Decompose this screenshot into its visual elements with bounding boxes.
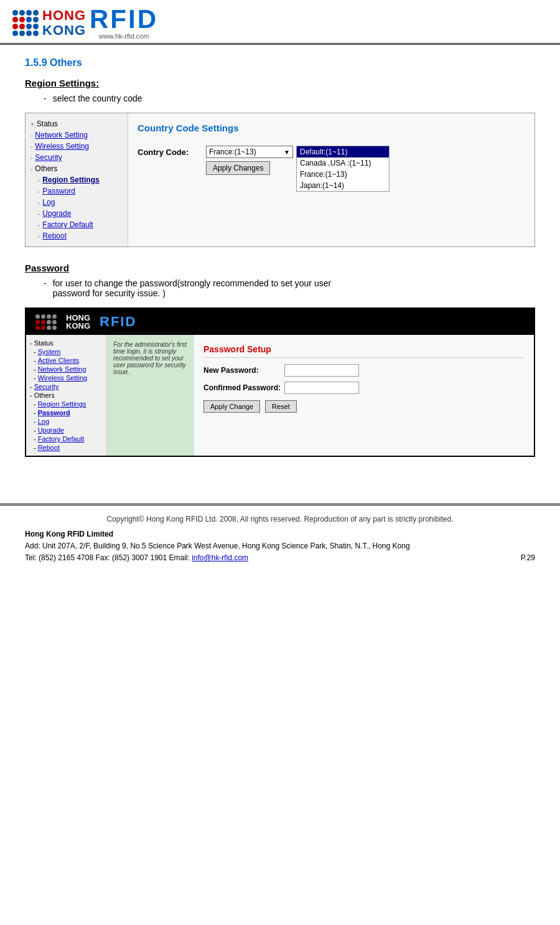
- page-footer: Copyright© Hong Kong RFID Ltd. 2008, All…: [0, 504, 560, 574]
- sidebar-reboot-link[interactable]: Reboot: [42, 232, 67, 240]
- logo-area: HONG KONG RFID www.hk-rfid.com: [12, 6, 548, 40]
- country-code-content: Country Code Settings Contry Code: Franc…: [128, 113, 534, 247]
- logo-hk-line2: KONG: [42, 23, 86, 38]
- password-section: Password - for user to change the passwo…: [25, 263, 535, 298]
- p-network-link[interactable]: Network Setting: [38, 365, 86, 373]
- apply-change-button[interactable]: Apply Change: [203, 400, 260, 413]
- p-minus-upgrade: -: [34, 426, 36, 434]
- sidebar-status-label: Status: [37, 120, 58, 128]
- footer-info: Hong Kong RFID Limited Add: Unit 207A, 2…: [25, 528, 535, 565]
- minus-icon-factory: -: [38, 222, 40, 228]
- p-sidebar-reboot[interactable]: - Reboot: [26, 443, 106, 452]
- p-upgrade-link[interactable]: Upgrade: [38, 426, 64, 434]
- sidebar-wireless-link[interactable]: Wireless Setting: [35, 142, 89, 151]
- p-others-label: Others: [34, 392, 55, 399]
- sidebar-item-others: - Others: [26, 163, 128, 174]
- p-sidebar-wireless[interactable]: - Wireless Setting: [26, 373, 106, 382]
- apply-button-wrap: Apply Changes: [206, 161, 270, 175]
- p-factory-link[interactable]: Factory Default: [38, 435, 85, 443]
- select-value: France:(1~13): [209, 148, 256, 156]
- sidebar-item-network[interactable]: - Network Setting: [26, 129, 128, 141]
- region-bullet: - select the country code: [44, 93, 535, 103]
- p-active-link[interactable]: Active Clients: [38, 357, 80, 364]
- p-sidebar-upgrade[interactable]: - Upgrade: [26, 426, 106, 434]
- new-password-row: New Password:: [203, 364, 525, 377]
- logo-dots: [12, 10, 39, 36]
- minus-icon-reboot: -: [38, 233, 40, 240]
- p-sidebar-password[interactable]: - Password: [26, 408, 106, 417]
- p-sidebar-status: - Status: [26, 339, 106, 347]
- panel-title: Country Code Settings: [138, 123, 525, 136]
- sidebar-region-link[interactable]: Region Settings: [42, 176, 99, 184]
- p-security-link[interactable]: Security: [34, 383, 59, 390]
- sidebar-factory-link[interactable]: Factory Default: [42, 220, 93, 229]
- sidebar-password-link[interactable]: Password: [42, 187, 75, 195]
- sidebar-item-reboot[interactable]: - Reboot: [26, 230, 128, 242]
- sidebar-network-link[interactable]: Network Setting: [35, 131, 88, 139]
- apply-changes-button[interactable]: Apply Changes: [206, 161, 270, 175]
- minus-icon-log: -: [38, 199, 40, 206]
- sidebar-others-label: Others: [35, 164, 57, 173]
- password-title: Password: [25, 263, 535, 273]
- logo-rfid-wrap: RFID www.hk-rfid.com: [90, 6, 158, 40]
- p-sidebar-system[interactable]: - System: [26, 347, 106, 356]
- password-form-buttons: Apply Change Reset: [203, 400, 525, 413]
- p-wireless-link[interactable]: Wireless Setting: [38, 374, 87, 382]
- p-minus-system: -: [34, 348, 36, 355]
- p-region-link[interactable]: Region Settings: [38, 400, 86, 408]
- dropdown-option-france[interactable]: France:(1~13): [297, 169, 389, 180]
- panel-header-rfid: RFID: [100, 314, 136, 330]
- sidebar-item-log[interactable]: - Log: [26, 197, 128, 208]
- select-display[interactable]: France:(1~13) ▼: [206, 146, 293, 158]
- country-code-dropdown[interactable]: Default:(1~11) Canada ,USA :(1~11) Franc…: [296, 146, 390, 192]
- select-box[interactable]: France:(1~13) ▼: [206, 146, 293, 158]
- p-sidebar-network[interactable]: - Network Setting: [26, 365, 106, 373]
- p-log-link[interactable]: Log: [38, 418, 49, 425]
- confirmed-password-label: Confirmed Password:: [203, 383, 284, 392]
- company-name: Hong Kong RFID Limited: [25, 530, 113, 538]
- sidebar-item-region[interactable]: - Region Settings: [26, 174, 128, 185]
- password-desc-line1: for user to change the password(strongly…: [53, 278, 331, 288]
- password-panel-main: For the administrator's first time login…: [107, 335, 534, 456]
- sidebar-log-link[interactable]: Log: [42, 198, 55, 207]
- sidebar-upgrade-link[interactable]: Upgrade: [42, 209, 71, 218]
- sidebar-item-password[interactable]: - Password: [26, 185, 128, 197]
- panel-header-hk: HONG KONG: [66, 314, 90, 330]
- password-panel-sidebar: - Status - System - Active Clients - Net…: [26, 335, 107, 456]
- sidebar-item-security[interactable]: - Security: [26, 152, 128, 163]
- password-description: for user to change the password(strongly…: [53, 278, 331, 298]
- minus-icon-security: -: [30, 154, 32, 161]
- confirmed-password-input[interactable]: [284, 382, 359, 394]
- sidebar-item-status[interactable]: + Status: [26, 118, 128, 129]
- sidebar-item-factory[interactable]: - Factory Default: [26, 219, 128, 230]
- p-password-link[interactable]: Password: [38, 409, 70, 416]
- p-system-link[interactable]: System: [38, 348, 61, 355]
- logo-hk-line1: HONG: [42, 8, 86, 23]
- bullet-dash-1: -: [44, 93, 47, 103]
- footer-email[interactable]: info@hk-rfid.com: [192, 553, 248, 562]
- p-sidebar-region[interactable]: - Region Settings: [26, 400, 106, 408]
- logo-domain: www.hk-rfid.com: [90, 32, 158, 40]
- new-password-label: New Password:: [203, 366, 284, 375]
- sidebar-item-wireless[interactable]: - Wireless Setting: [26, 141, 128, 152]
- sidebar-item-upgrade[interactable]: - Upgrade: [26, 208, 128, 219]
- p-sidebar-active-clients[interactable]: - Active Clients: [26, 356, 106, 365]
- new-password-input[interactable]: [284, 364, 359, 377]
- p-minus-security: -: [30, 383, 32, 390]
- p-reboot-link[interactable]: Reboot: [38, 444, 60, 451]
- reset-button[interactable]: Reset: [265, 400, 297, 413]
- dropdown-option-canada[interactable]: Canada ,USA :(1~11): [297, 157, 389, 169]
- sidebar-security-link[interactable]: Security: [35, 153, 62, 162]
- panel-header-dots: [35, 314, 57, 330]
- logo-hk-text: HONG KONG: [42, 8, 86, 38]
- p-sidebar-security[interactable]: - Security: [26, 382, 106, 391]
- p-minus-factory: -: [34, 435, 36, 443]
- dropdown-option-japan[interactable]: Japan:(1~14): [297, 180, 389, 191]
- country-code-form-row: Contry Code: France:(1~13) ▼ Apply Chang…: [138, 146, 525, 192]
- dropdown-option-default[interactable]: Default:(1~11): [297, 146, 389, 157]
- bullet-dash-2: -: [44, 278, 47, 298]
- region-settings-title: Region Settings:: [25, 78, 535, 88]
- page-header: HONG KONG RFID www.hk-rfid.com: [0, 0, 560, 45]
- p-sidebar-factory[interactable]: - Factory Default: [26, 434, 106, 443]
- p-sidebar-log[interactable]: - Log: [26, 417, 106, 426]
